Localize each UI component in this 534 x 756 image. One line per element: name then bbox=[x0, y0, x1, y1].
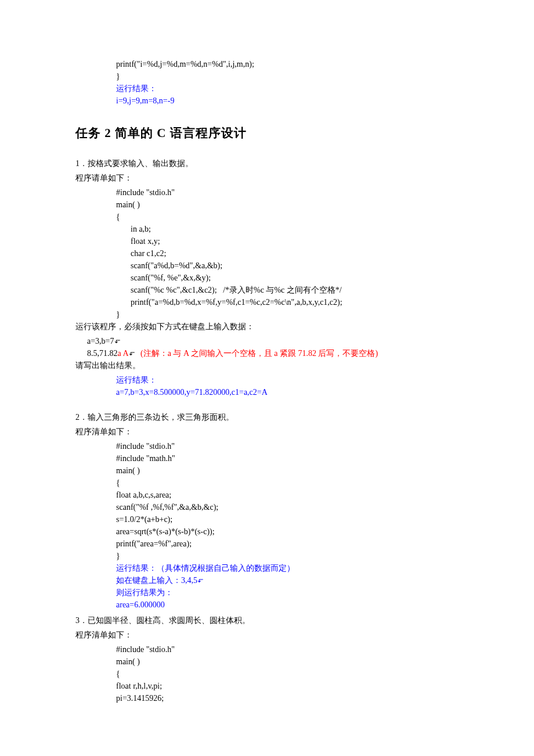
code-line: scanf("a%d,b=%d",&a,&b); bbox=[131, 260, 459, 272]
code-line: pi=3.1415926; bbox=[116, 692, 459, 704]
q1-code-end: } bbox=[75, 308, 459, 321]
code-line: { bbox=[116, 477, 459, 489]
code-line: main( ) bbox=[116, 656, 459, 668]
code-line: main( ) bbox=[116, 199, 459, 211]
enter-icon: ↲ bbox=[127, 351, 137, 357]
input-text: 如在键盘上输入：3,4,5 bbox=[116, 576, 197, 585]
q1-run-note: 运行该程序，必须按如下方式在键盘上输入数据： bbox=[75, 321, 459, 333]
top-code-block: printf("i=%d,j=%d,m=%d,n=%d",i,j,m,n); }… bbox=[75, 58, 459, 107]
code-line: scanf("%c %c",&c1,&c2); /*录入时%c 与%c 之间有个… bbox=[131, 284, 459, 296]
q3-prog-label: 程序清单如下： bbox=[75, 629, 459, 641]
q1-code-inner: in a,b; float x,y; char c1,c2; scanf("a%… bbox=[75, 223, 459, 308]
code-line: printf("i=%d,j=%d,m=%d,n=%d",i,j,m,n); bbox=[116, 58, 459, 70]
code-line: char c1,c2; bbox=[131, 247, 459, 260]
enter-icon: ↲ bbox=[112, 339, 122, 344]
code-line: in a,b; bbox=[131, 223, 459, 235]
q1-input-1: a=3,b=7↲ bbox=[75, 335, 459, 347]
code-line: #include "math.h" bbox=[116, 452, 459, 465]
code-line: } bbox=[116, 550, 459, 562]
code-line: main( ) bbox=[116, 465, 459, 477]
q1-result-block: 运行结果： a=7,b=3,x=8.500000,y=71.820000,c1=… bbox=[75, 374, 459, 398]
q3-code-block: #include "stdio.h" main( ) { float r,h,l… bbox=[75, 643, 459, 704]
code-line: printf("area=%f",area); bbox=[116, 538, 459, 550]
code-line: scanf("%f, %e",&x,&y); bbox=[131, 272, 459, 284]
task-title: 任务 2 简单的 C 语言程序设计 bbox=[75, 124, 459, 143]
result-label: 运行结果： bbox=[116, 374, 459, 386]
q1-prog-label: 程序请单如下： bbox=[75, 172, 459, 184]
input-text: a=3,b=7 bbox=[87, 337, 114, 345]
code-line: } bbox=[116, 308, 459, 321]
q3-desc: 3．已知圆半径、圆柱高、求圆周长、圆柱体积。 bbox=[75, 614, 459, 627]
result-value: i=9,j=9,m=8,n=-9 bbox=[116, 95, 459, 107]
input-example: 如在键盘上输入：3,4,5↲ bbox=[116, 574, 459, 586]
input-text: 8.5,71.82 bbox=[87, 349, 118, 358]
code-line: #include "stdio.h" bbox=[116, 440, 459, 452]
code-line: float r,h,l,v,pi; bbox=[116, 680, 459, 692]
enter-icon: ↲ bbox=[195, 578, 205, 584]
q2-code-block: #include "stdio.h" #include "math.h" mai… bbox=[75, 440, 459, 611]
q1-desc: 1．按格式要求输入、输出数据。 bbox=[75, 157, 459, 170]
code-line: { bbox=[116, 211, 459, 223]
code-line: float x,y; bbox=[131, 235, 459, 247]
result-label: 运行结果：（具体情况根据自己输入的数据而定） bbox=[116, 562, 459, 574]
result-note: 则运行结果为： bbox=[116, 586, 459, 599]
q2-desc: 2．输入三角形的三条边长，求三角形面积。 bbox=[75, 411, 459, 423]
code-line: s=1.0/2*(a+b+c); bbox=[116, 513, 459, 525]
input-note-red: (注解：a 与 A 之间输入一个空格，且 a 紧跟 71.82 后写，不要空格) bbox=[140, 349, 378, 358]
code-line: #include "stdio.h" bbox=[116, 643, 459, 656]
q2-prog-label: 程序清单如下： bbox=[75, 426, 459, 438]
result-value: area=6.000000 bbox=[116, 599, 459, 611]
code-line: { bbox=[116, 668, 459, 680]
code-line: } bbox=[116, 70, 459, 82]
code-line: #include "stdio.h" bbox=[116, 186, 459, 199]
result-label: 运行结果： bbox=[116, 82, 459, 95]
result-value: a=7,b=3,x=8.500000,y=71.820000,c1=a,c2=A bbox=[116, 386, 459, 398]
code-line: scanf("%f ,%f,%f",&a,&b,&c); bbox=[116, 501, 459, 513]
q1-input-2: 8.5,71.82a A↲ (注解：a 与 A 之间输入一个空格，且 a 紧跟 … bbox=[75, 347, 459, 359]
code-line: float a,b,c,s,area; bbox=[116, 489, 459, 501]
q1-code-block: #include "stdio.h" main( ) { bbox=[75, 186, 459, 223]
code-line: printf("a=%d,b=%d,x=%f,y=%f,c1=%c,c2=%c\… bbox=[131, 296, 459, 308]
code-line: area=sqrt(s*(s-a)*(s-b)*(s-c)); bbox=[116, 525, 459, 538]
q1-output-prompt: 请写出输出结果。 bbox=[75, 359, 459, 372]
